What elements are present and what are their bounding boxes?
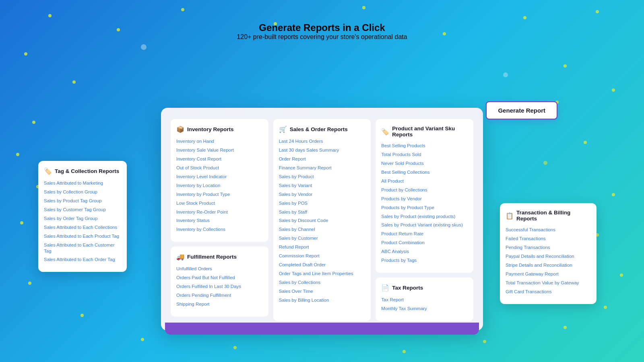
tag-link-1[interactable]: Sales by Collection Group (44, 189, 121, 195)
inventory-header: 📦 Inventory Reports (176, 125, 263, 133)
inv-link-9[interactable]: Inventory Status (176, 218, 263, 224)
col-product-tax: 🏷️ Product and Variant Sku Reports Best … (376, 119, 473, 321)
trans-link-1[interactable]: Failed Transactions (506, 236, 591, 242)
sales-link-15[interactable]: Order Tags and Line Item Properties (279, 271, 365, 277)
trans-link-0[interactable]: Successful Transactions (506, 227, 591, 233)
inv-link-3[interactable]: Out of Stock Product (176, 165, 263, 171)
inventory-title: Inventory Reports (187, 126, 234, 132)
trans-link-6[interactable]: Total Transaction Value by Gateway (506, 280, 591, 286)
prod-link-2[interactable]: Never Sold Products (381, 160, 468, 167)
inv-link-10[interactable]: Inventory by Collections (176, 226, 263, 232)
hero-section: Generate Reports in a Click 120+ pre-bui… (0, 0, 644, 41)
inv-link-0[interactable]: Inventory on Hand (176, 138, 263, 144)
ful-link-2[interactable]: Orders Fulfilled In Last 30 Days (176, 284, 263, 290)
sales-link-16[interactable]: Sales by Collections (279, 280, 365, 286)
prod-link-4[interactable]: All Product (381, 178, 468, 184)
inv-link-1[interactable]: Inventory Sale Value Report (176, 147, 263, 153)
sales-link-6[interactable]: Sales by Vendor (279, 191, 365, 197)
fulfillment-title: Fulfillment Reports (187, 254, 237, 260)
trans-link-7[interactable]: Gift Card Transactions (506, 289, 591, 295)
prod-link-10[interactable]: Product Return Rate (381, 231, 468, 237)
tag-link-5[interactable]: Sales Attributed to Each Collections (44, 224, 121, 230)
hero-title: Generate Reports in a Click (0, 22, 644, 33)
sales-link-14[interactable]: Completed Draft Order (279, 262, 365, 268)
inv-link-2[interactable]: Inventory Cost Report (176, 156, 263, 162)
transaction-section-title: Transaction & Billing Reports (516, 210, 591, 222)
sales-link-7[interactable]: Sales by POS (279, 200, 365, 206)
fulfillment-header: 🚚 Fulfillment Reports (176, 253, 263, 261)
tax-section: 📄 Tax Reports Tax Report Monthly Tax Sum… (376, 278, 473, 321)
sales-link-0[interactable]: Last 24 Hours Orders (279, 138, 365, 144)
transaction-icon: 📋 (506, 212, 514, 220)
hero-subtitle: 120+ pre-built reports covering your sto… (0, 33, 644, 41)
main-reports-card: 📦 Inventory Reports Inventory on Hand In… (161, 108, 483, 331)
tax-header: 📄 Tax Reports (381, 284, 468, 292)
trans-link-5[interactable]: Payment Gateway Report (506, 271, 591, 277)
tax-icon: 📄 (381, 284, 389, 292)
tax-link-0[interactable]: Tax Report (381, 297, 468, 303)
prod-link-7[interactable]: Products by Product Type (381, 205, 468, 211)
ful-link-4[interactable]: Shipping Report (176, 301, 263, 307)
inventory-section: 📦 Inventory Reports Inventory on Hand In… (171, 119, 268, 242)
ful-link-0[interactable]: Unfulfilled Orders (176, 266, 263, 272)
sales-link-10[interactable]: Sales by Channel (279, 226, 365, 232)
inventory-icon: 📦 (176, 125, 184, 133)
inv-link-4[interactable]: Inventory Level Indicator (176, 174, 263, 180)
tag-link-7[interactable]: Sales Attributed to Each Customer Tag (44, 242, 121, 254)
prod-link-12[interactable]: ABC Analysis (381, 249, 468, 255)
sales-link-12[interactable]: Refund Report (279, 244, 365, 250)
fulfillment-icon: 🚚 (176, 253, 184, 261)
inv-link-8[interactable]: Inventory Re-Order Point (176, 209, 263, 215)
tag-collection-card: 🏷️ Tag & Collection Reports Sales Attrib… (38, 161, 127, 272)
sales-link-9[interactable]: Sales by Discount Code (279, 218, 365, 224)
sales-section: 🛒 Sales & Order Reports Last 24 Hours Or… (273, 119, 371, 321)
prod-link-9[interactable]: Sales by Product Variant (existing skus) (381, 222, 468, 228)
inv-link-6[interactable]: Inventory by Product Type (176, 191, 263, 197)
tag-link-4[interactable]: Sales by Order Tag Group (44, 216, 121, 222)
prod-link-0[interactable]: Best Selling Products (381, 143, 468, 149)
sales-link-13[interactable]: Commission Report (279, 253, 365, 259)
inv-link-5[interactable]: Inventory by Location (176, 183, 263, 189)
transaction-links-list: Successful Transactions Failed Transacti… (506, 227, 591, 295)
tag-link-6[interactable]: Sales Attributed to Each Product Tag (44, 233, 121, 239)
ful-link-1[interactable]: Orders Paid But Not Fulfilled (176, 275, 263, 281)
prod-link-1[interactable]: Total Products Sold (381, 152, 468, 158)
prod-link-11[interactable]: Product Combination (381, 240, 468, 246)
tax-link-1[interactable]: Monthly Tax Summary (381, 306, 468, 312)
prod-link-5[interactable]: Product by Collections (381, 187, 468, 193)
sales-link-5[interactable]: Sales by Variant (279, 183, 365, 189)
inv-link-7[interactable]: Low Stock Product (176, 200, 263, 206)
sales-title: Sales & Order Reports (290, 126, 348, 132)
tag-link-3[interactable]: Sales by Customer Tag Group (44, 207, 121, 213)
tag-icon: 🏷️ (44, 167, 52, 175)
sales-link-11[interactable]: Sales by Customer (279, 235, 365, 241)
sales-link-1[interactable]: Last 30 days Sales Summary (279, 147, 365, 153)
sales-link-2[interactable]: Order Report (279, 156, 365, 162)
product-header: 🏷️ Product and Variant Sku Reports (381, 125, 468, 138)
product-icon: 🏷️ (381, 128, 389, 136)
tag-link-8[interactable]: Sales Attributed to Each Order Tag (44, 257, 121, 263)
prod-link-3[interactable]: Best Selling Collections (381, 169, 468, 175)
product-title: Product and Variant Sku Reports (392, 125, 468, 138)
card-footer-strip (165, 323, 479, 335)
sales-link-18[interactable]: Sales by Billing Location (279, 297, 365, 303)
sales-link-17[interactable]: Sales Over Time (279, 288, 365, 294)
trans-link-3[interactable]: Paypal Details and Reconciliation (506, 253, 591, 259)
prod-link-6[interactable]: Products by Vendor (381, 196, 468, 202)
generate-report-button[interactable]: Generate Report (486, 101, 557, 119)
trans-link-2[interactable]: Pending Transactions (506, 245, 591, 251)
ful-link-3[interactable]: Orders Pending Fulfillment (176, 292, 263, 298)
reports-container: 📦 Inventory Reports Inventory on Hand In… (161, 108, 483, 331)
transaction-section-header: 📋 Transaction & Billing Reports (506, 210, 591, 222)
sales-link-3[interactable]: Finance Summary Report (279, 165, 365, 171)
tag-section-title: Tag & Collection Reports (55, 168, 119, 174)
tag-section-header: 🏷️ Tag & Collection Reports (44, 167, 121, 175)
sales-link-4[interactable]: Sales by Product (279, 174, 365, 180)
tag-link-2[interactable]: Sales by Product Tag Group (44, 198, 121, 204)
trans-link-4[interactable]: Stripe Details and Reconciliation (506, 262, 591, 268)
tag-link-0[interactable]: Sales Attributed to Marketing (44, 180, 121, 186)
tag-links-list: Sales Attributed to Marketing Sales by C… (44, 180, 121, 263)
sales-link-8[interactable]: Sales by Staff (279, 209, 365, 215)
prod-link-13[interactable]: Products by Tags (381, 257, 468, 263)
prod-link-8[interactable]: Sales by Product (existing products) (381, 214, 468, 220)
